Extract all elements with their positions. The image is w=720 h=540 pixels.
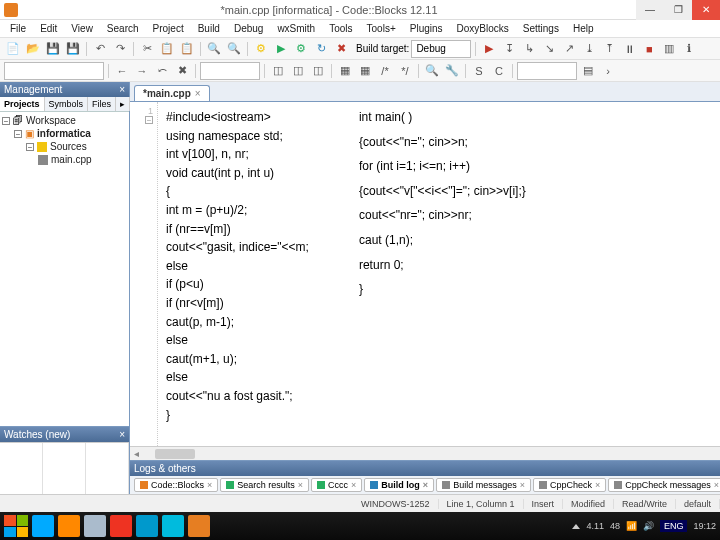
taskbar-codeblocks-icon[interactable] [188, 515, 210, 537]
taskbar-ie-icon[interactable] [32, 515, 54, 537]
last-jump-icon[interactable]: ⤺ [153, 62, 171, 80]
code-editor[interactable]: #include<iostream>using namespace std;in… [158, 102, 720, 446]
taskbar-app1-icon[interactable] [84, 515, 106, 537]
build-icon[interactable]: ⚙ [252, 40, 270, 58]
jump-combo[interactable] [200, 62, 260, 80]
copy-icon[interactable]: 📋 [158, 40, 176, 58]
debug-continue-icon[interactable]: ▶ [480, 40, 498, 58]
tree-project[interactable]: –▣informatica [2, 127, 127, 140]
tray-volume-icon[interactable]: 🔊 [643, 521, 654, 531]
tray-wifi-icon[interactable]: 📶 [626, 521, 637, 531]
bookmark-next-icon[interactable]: ◫ [309, 62, 327, 80]
menu-debug[interactable]: Debug [228, 21, 269, 36]
abort-icon[interactable]: ✖ [332, 40, 350, 58]
debug-windows-icon[interactable]: ▥ [660, 40, 678, 58]
doxy4-icon[interactable]: */ [396, 62, 414, 80]
log-tab-close-icon[interactable]: × [351, 480, 356, 490]
log-tab-build-messages[interactable]: Build messages× [436, 478, 531, 492]
mgmt-tab-projects[interactable]: Projects [0, 97, 45, 111]
break-icon[interactable]: ⏸ [620, 40, 638, 58]
maximize-button[interactable]: ❐ [664, 0, 692, 20]
build-run-icon[interactable]: ⚙ [292, 40, 310, 58]
system-tray[interactable]: 4.11 48 📶 🔊 ENG 19:12 [572, 520, 716, 532]
log-tab-cppcheck-messages[interactable]: CppCheck messages× [608, 478, 720, 492]
letter-c-icon[interactable]: C [490, 62, 508, 80]
log-tab-close-icon[interactable]: × [520, 480, 525, 490]
doxy1-icon[interactable]: ▦ [336, 62, 354, 80]
replace-icon[interactable]: 🔍 [225, 40, 243, 58]
tree-file-main[interactable]: main.cpp [2, 153, 127, 166]
menu-help[interactable]: Help [567, 21, 600, 36]
stop-debug-icon[interactable]: ■ [640, 40, 658, 58]
menu-tools+[interactable]: Tools+ [361, 21, 402, 36]
info-icon[interactable]: ℹ [680, 40, 698, 58]
management-close-icon[interactable]: × [119, 84, 125, 95]
cut-icon[interactable]: ✂ [138, 40, 156, 58]
new-file-icon[interactable]: 📄 [4, 40, 22, 58]
log-tab-build-log[interactable]: Build log× [364, 478, 434, 492]
log-tab-cppcheck[interactable]: CppCheck× [533, 478, 606, 492]
menu-edit[interactable]: Edit [34, 21, 63, 36]
minimize-button[interactable]: — [636, 0, 664, 20]
open-icon[interactable]: 📂 [24, 40, 42, 58]
mgmt-tab-files[interactable]: Files [88, 97, 116, 111]
save-all-icon[interactable]: 💾 [64, 40, 82, 58]
menu-file[interactable]: File [4, 21, 32, 36]
log-tab-code-blocks[interactable]: Code::Blocks× [134, 478, 218, 492]
tray-language[interactable]: ENG [660, 520, 688, 532]
watches-grid[interactable] [0, 442, 129, 494]
mgmt-tab-symbols[interactable]: Symbols [45, 97, 89, 111]
log-tab-search-results[interactable]: Search results× [220, 478, 309, 492]
horizontal-scrollbar[interactable]: ◂ [130, 446, 720, 460]
step-instr-icon[interactable]: ⤒ [600, 40, 618, 58]
step-into-icon[interactable]: ↘ [540, 40, 558, 58]
undo-icon[interactable]: ↶ [91, 40, 109, 58]
chevron-right-icon[interactable]: › [599, 62, 617, 80]
build-target-combo[interactable]: Debug [411, 40, 471, 58]
menu-settings[interactable]: Settings [517, 21, 565, 36]
tray-expand-icon[interactable] [572, 524, 580, 529]
log-tab-close-icon[interactable]: × [207, 480, 212, 490]
close-button[interactable]: ✕ [692, 0, 720, 20]
find-icon[interactable]: 🔍 [205, 40, 223, 58]
tray-time[interactable]: 19:12 [693, 521, 716, 531]
tab-close-icon[interactable]: × [195, 88, 201, 99]
next-instr-icon[interactable]: ⤓ [580, 40, 598, 58]
extra-combo[interactable] [517, 62, 577, 80]
menu-view[interactable]: View [65, 21, 99, 36]
bookmark-toggle-icon[interactable]: ◫ [269, 62, 287, 80]
log-tab-cccc[interactable]: Cccc× [311, 478, 362, 492]
start-button[interactable] [4, 515, 28, 537]
run-icon[interactable]: ▶ [272, 40, 290, 58]
menu-search[interactable]: Search [101, 21, 145, 36]
back-history-icon[interactable]: ← [113, 62, 131, 80]
taskbar-app3-icon[interactable] [136, 515, 158, 537]
tree-sources[interactable]: –Sources [2, 140, 127, 153]
log-tab-close-icon[interactable]: × [714, 480, 719, 490]
doxy2-icon[interactable]: ▦ [356, 62, 374, 80]
log-tab-close-icon[interactable]: × [595, 480, 600, 490]
run-to-cursor-icon[interactable]: ↧ [500, 40, 518, 58]
clear-icon[interactable]: ✖ [173, 62, 191, 80]
tree-workspace[interactable]: –🗐Workspace [2, 114, 127, 127]
taskbar-app2-icon[interactable] [110, 515, 132, 537]
save-icon[interactable]: 💾 [44, 40, 62, 58]
menu-build[interactable]: Build [192, 21, 226, 36]
rebuild-icon[interactable]: ↻ [312, 40, 330, 58]
watches-close-icon[interactable]: × [119, 429, 125, 440]
menu-wxsmith[interactable]: wxSmith [271, 21, 321, 36]
fwd-history-icon[interactable]: → [133, 62, 151, 80]
next-line-icon[interactable]: ↳ [520, 40, 538, 58]
taskbar-folder-icon[interactable] [58, 515, 80, 537]
menu-project[interactable]: Project [147, 21, 190, 36]
menu-doxyblocks[interactable]: DoxyBlocks [451, 21, 515, 36]
bookmark-prev-icon[interactable]: ◫ [289, 62, 307, 80]
doxy3-icon[interactable]: /* [376, 62, 394, 80]
redo-icon[interactable]: ↷ [111, 40, 129, 58]
menu-tools[interactable]: Tools [323, 21, 358, 36]
mgmt-tabs-more-icon[interactable]: ▸ [116, 97, 130, 111]
log-tab-close-icon[interactable]: × [423, 480, 428, 490]
step-out-icon[interactable]: ↗ [560, 40, 578, 58]
scope-combo[interactable] [4, 62, 104, 80]
paste-icon[interactable]: 📋 [178, 40, 196, 58]
